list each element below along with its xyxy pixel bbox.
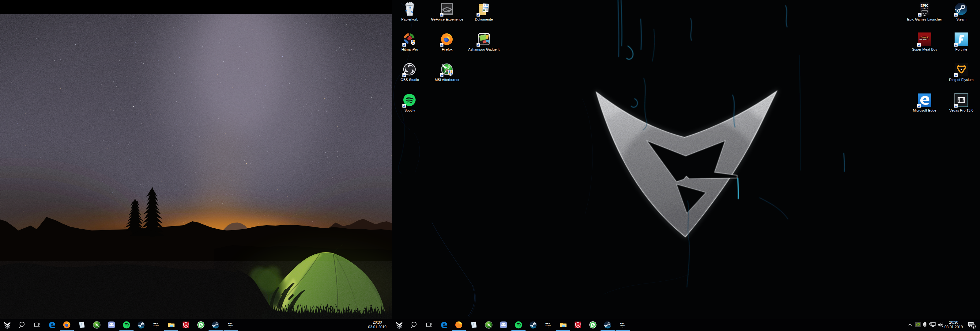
svg-text:MEATBOY: MEATBOY bbox=[920, 38, 930, 40]
svg-text:EPIC: EPIC bbox=[921, 4, 929, 7]
svg-text:A: A bbox=[483, 4, 486, 7]
svg-text:GAMES: GAMES bbox=[228, 325, 233, 326]
svg-text:GAMES: GAMES bbox=[921, 8, 928, 10]
svg-text:G: G bbox=[185, 323, 187, 327]
svg-text:G: G bbox=[577, 323, 579, 327]
svg-text:5: 5 bbox=[973, 325, 974, 328]
svg-text:GAMES: GAMES bbox=[153, 325, 159, 326]
svg-text:GAMES: GAMES bbox=[546, 325, 550, 326]
svg-text:GAMES: GAMES bbox=[620, 325, 625, 326]
